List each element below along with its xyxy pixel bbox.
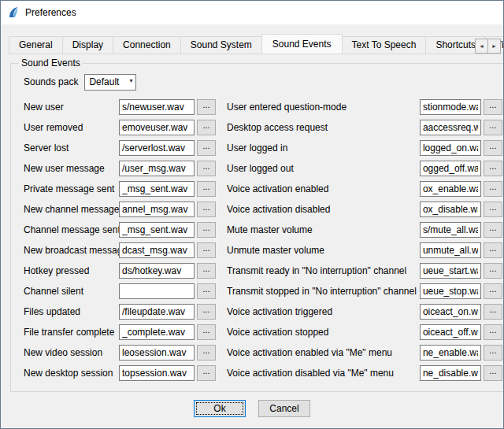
browse-button[interactable]: ...	[197, 283, 216, 299]
sound-file-input[interactable]	[119, 345, 195, 361]
cancel-button[interactable]: Cancel	[258, 400, 310, 417]
browse-button[interactable]: ...	[484, 242, 502, 258]
browse-button[interactable]: ...	[484, 99, 502, 115]
browse-button[interactable]: ...	[197, 120, 216, 135]
browse-button[interactable]: ...	[197, 324, 216, 340]
browse-button[interactable]: ...	[484, 140, 502, 156]
sound-file-input[interactable]	[119, 324, 195, 340]
browse-button[interactable]: ...	[484, 263, 502, 279]
sound-file-input[interactable]	[420, 365, 481, 381]
sound-file-input[interactable]	[119, 202, 195, 217]
sound-events-page: Sound Events Sounds pack Default ▾ New u…	[1, 54, 503, 395]
tab-scroll-left-icon[interactable]: ◄	[475, 39, 488, 54]
sound-file-input[interactable]	[420, 324, 481, 340]
sound-file-input[interactable]	[119, 263, 195, 279]
sound-event-label: User removed	[24, 122, 119, 133]
sound-file-input[interactable]	[119, 242, 195, 258]
sound-file-input[interactable]	[119, 140, 195, 156]
sound-event-row: New user message ...	[24, 158, 216, 179]
sound-file-input[interactable]	[119, 161, 195, 176]
browse-button[interactable]: ...	[484, 304, 502, 320]
browse-button[interactable]: ...	[484, 345, 502, 361]
sound-file-input[interactable]	[420, 202, 481, 217]
sound-file-input[interactable]	[420, 283, 481, 299]
browse-button[interactable]: ...	[197, 140, 216, 156]
sound-file-input[interactable]	[420, 120, 481, 135]
sound-events-column-left: New user ... User removed ... Server los…	[24, 97, 216, 383]
tab-display[interactable]: Display	[62, 36, 113, 54]
tab-text-to-speech[interactable]: Text To Speech	[342, 36, 427, 54]
sound-file-input[interactable]	[119, 283, 195, 299]
browse-button[interactable]: ...	[197, 365, 216, 381]
sound-event-row: Transmit ready in "No interruption" chan…	[227, 261, 502, 281]
tab-scroll-right-icon[interactable]: ►	[487, 39, 501, 54]
sound-event-label: Voice activation enabled via "Me" menu	[227, 347, 420, 358]
tab-scroll: ◄ ►	[475, 39, 501, 54]
sound-file-input[interactable]	[119, 120, 195, 135]
sound-event-row: Files updated ...	[24, 301, 216, 322]
browse-button[interactable]: ...	[484, 365, 502, 381]
sound-event-row: Desktop access request ...	[227, 117, 502, 138]
sound-event-label: Mute master volume	[227, 224, 420, 235]
browse-button[interactable]: ...	[484, 222, 502, 238]
sound-file-input[interactable]	[420, 222, 481, 238]
sound-file-input[interactable]	[420, 304, 481, 320]
sound-event-label: New user	[24, 102, 119, 113]
browse-button[interactable]: ...	[484, 181, 502, 197]
browse-button[interactable]: ...	[484, 120, 502, 135]
sound-event-row: Mute master volume ...	[227, 220, 502, 240]
sound-event-row: New user ...	[24, 97, 216, 117]
window-title: Preferences	[25, 7, 76, 18]
browse-button[interactable]: ...	[484, 283, 502, 299]
title-bar: Preferences	[1, 1, 503, 24]
sound-file-input[interactable]	[420, 263, 481, 279]
browse-button[interactable]: ...	[197, 242, 216, 258]
sound-event-row: New channel message ...	[24, 199, 216, 220]
tab-sound-events[interactable]: Sound Events	[261, 34, 343, 54]
sound-file-input[interactable]	[119, 222, 195, 238]
tab-sound-system[interactable]: Sound System	[180, 36, 262, 54]
sound-event-row: Voice activation disabled ...	[227, 199, 502, 220]
sound-file-input[interactable]	[420, 161, 481, 176]
sound-file-input[interactable]	[420, 181, 481, 197]
sound-event-row: New video session ...	[24, 342, 216, 363]
browse-button[interactable]: ...	[484, 324, 502, 340]
sound-file-input[interactable]	[119, 365, 195, 381]
sound-file-input[interactable]	[420, 99, 481, 115]
group-title: Sound Events	[19, 57, 83, 68]
sound-file-input[interactable]	[119, 181, 195, 197]
browse-button[interactable]: ...	[197, 304, 216, 320]
tab-general[interactable]: General	[9, 36, 63, 54]
browse-button[interactable]: ...	[197, 99, 216, 115]
browse-button[interactable]: ...	[197, 345, 216, 361]
app-icon	[7, 6, 20, 19]
sound-event-row: User logged out ...	[227, 158, 502, 179]
sounds-pack-select[interactable]: Default ▾	[84, 74, 136, 91]
sound-event-row: Voice activation enabled via "Me" menu .…	[227, 342, 502, 363]
sound-file-input[interactable]	[420, 242, 481, 258]
sound-event-row: Server lost ...	[24, 138, 216, 158]
sound-event-label: Voice activation disabled	[227, 204, 420, 215]
browse-button[interactable]: ...	[197, 161, 216, 176]
sound-event-label: User entered question-mode	[227, 102, 420, 113]
browse-button[interactable]: ...	[197, 181, 216, 197]
browse-button[interactable]: ...	[484, 202, 502, 217]
browse-button[interactable]: ...	[197, 202, 216, 217]
ok-button[interactable]: Ok	[194, 400, 246, 417]
sound-events-column-right: User entered question-mode ... Desktop a…	[227, 97, 502, 383]
sound-event-row: Channel message sent ...	[24, 220, 216, 240]
browse-button[interactable]: ...	[197, 222, 216, 238]
sounds-pack-value: Default	[89, 76, 119, 87]
sound-event-label: Files updated	[24, 306, 119, 317]
sound-file-input[interactable]	[420, 140, 481, 156]
sound-file-input[interactable]	[119, 99, 195, 115]
tab-connection[interactable]: Connection	[113, 36, 181, 54]
tab-strip: GeneralDisplayConnectionSound SystemSoun…	[1, 24, 503, 54]
sound-file-input[interactable]	[420, 345, 481, 361]
browse-button[interactable]: ...	[484, 161, 502, 176]
sound-file-input[interactable]	[119, 304, 195, 320]
sound-event-row: User entered question-mode ...	[227, 97, 502, 117]
sound-event-label: Channel message sent	[24, 224, 119, 235]
sound-event-label: Transmit ready in "No interruption" chan…	[227, 265, 420, 276]
browse-button[interactable]: ...	[197, 263, 216, 279]
